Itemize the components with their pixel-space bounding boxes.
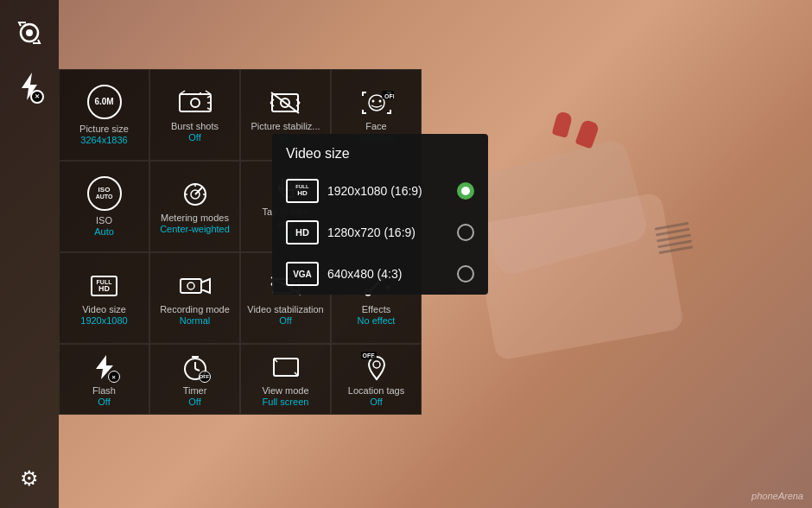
option-1280-radio[interactable]	[457, 224, 474, 241]
left-sidebar-top: ✕	[14, 17, 45, 102]
view-mode-label: View mode	[262, 384, 308, 397]
metering-modes-label: Metering modes	[161, 212, 229, 224]
option-1920-text: 1920x1080 (16:9)	[327, 184, 448, 198]
watermark: phoneArena	[752, 491, 803, 501]
svg-point-15	[371, 99, 374, 102]
svg-text:OFF: OFF	[384, 93, 394, 99]
option-640[interactable]: VGA 640x480 (4:3)	[272, 253, 488, 295]
option-1920[interactable]: FULL HD 1920x1080 (16:9)	[272, 170, 488, 212]
flash-cell[interactable]: ✕ Flash Off	[59, 344, 149, 415]
fhd-badge: FULL HD	[286, 179, 319, 203]
flash-value: Off	[98, 397, 110, 407]
face-detection-icon: OFF	[359, 87, 394, 118]
view-mode-value: Full screen	[263, 397, 309, 407]
iso-icon: ISO AUTO	[87, 176, 122, 211]
burst-shots-icon	[178, 87, 213, 118]
burst-shots-label: Burst shots	[171, 120, 219, 132]
timer-label: Timer	[183, 384, 207, 397]
iso-label: ISO	[96, 214, 112, 226]
burst-shots-value: Off	[188, 132, 200, 143]
option-1920-radio[interactable]	[457, 182, 474, 200]
recording-mode-label: Recording mode	[160, 303, 230, 315]
svg-point-6	[191, 98, 200, 107]
flash-icon: ✕	[87, 352, 122, 383]
option-1280-text: 1280x720 (16:9)	[327, 225, 448, 239]
option-640-text: 640x480 (4:3)	[327, 267, 448, 281]
face-label: Face	[365, 120, 386, 132]
svg-rect-40	[274, 359, 298, 376]
recording-mode-value: Normal	[180, 315, 210, 326]
option-1280[interactable]: HD 1280x720 (16:9)	[272, 212, 488, 253]
timer-value: Off	[188, 397, 200, 407]
effects-label: Effects	[362, 303, 390, 315]
picture-size-label: Picture size	[79, 123, 129, 135]
timer-cell[interactable]: OFF Timer Off	[149, 344, 240, 415]
metering-modes-cell[interactable]: Metering modes Center-weighted	[149, 161, 240, 252]
camera-switch-icon[interactable]	[14, 17, 45, 54]
video-stabilization-value: Off	[279, 315, 291, 326]
view-mode-icon	[269, 352, 303, 383]
svg-line-13	[271, 92, 299, 113]
vga-badge: VGA	[286, 262, 319, 286]
picture-size-icon: 6.0M	[87, 85, 122, 119]
svg-line-21	[195, 187, 202, 194]
left-sidebar-bottom: ⚙	[20, 467, 39, 491]
flash-label: Flash	[92, 384, 116, 397]
left-sidebar: ✕ ⚙	[0, 0, 59, 508]
effects-value: No effect	[358, 315, 396, 326]
flash-mode-indicator[interactable]: ✕	[16, 71, 42, 102]
metering-modes-value: Center-weighted	[160, 224, 230, 234]
svg-line-38	[195, 369, 200, 371]
svg-point-41	[373, 361, 380, 368]
svg-rect-27	[181, 279, 201, 293]
svg-point-29	[187, 283, 194, 289]
location-tags-cell[interactable]: OFF Location tags Off	[331, 344, 422, 415]
dropdown-title: Video size	[272, 134, 488, 170]
recording-mode-icon	[178, 270, 213, 302]
svg-point-1	[26, 29, 33, 36]
picture-stabilization-label: Picture stabiliz...	[251, 120, 320, 132]
metering-modes-icon	[178, 179, 213, 210]
timer-icon: OFF	[178, 352, 213, 383]
video-size-icon: FULL HD	[87, 270, 122, 302]
location-tags-icon: OFF	[359, 352, 394, 383]
radio-inner	[461, 187, 470, 195]
svg-point-16	[378, 99, 381, 102]
video-size-value: 1920x1080	[80, 315, 127, 326]
recording-mode-cell[interactable]: Recording mode Normal	[149, 252, 240, 344]
svg-marker-28	[201, 279, 210, 293]
video-stabilization-label: Video stabilization	[247, 303, 323, 315]
iso-cell[interactable]: ISO AUTO ISO Auto	[59, 161, 149, 252]
picture-size-value: 3264x1836	[80, 135, 127, 145]
video-size-dropdown: Video size FULL HD 1920x1080 (16:9) HD 1…	[272, 134, 488, 295]
view-mode-cell[interactable]: View mode Full screen	[240, 344, 331, 415]
picture-size-cell[interactable]: 6.0M Picture size 3264x1836	[59, 69, 149, 161]
location-tags-value: Off	[370, 397, 382, 407]
hd-badge: HD	[286, 220, 319, 244]
iso-value: Auto	[94, 226, 114, 237]
settings-icon[interactable]: ⚙	[20, 467, 39, 491]
picture-stabilization-icon	[269, 87, 303, 118]
svg-rect-3	[180, 94, 211, 111]
video-size-cell[interactable]: FULL HD Video size 1920x1080	[59, 252, 149, 344]
burst-shots-cell[interactable]: Burst shots Off	[149, 69, 240, 161]
location-tags-label: Location tags	[348, 384, 404, 397]
video-size-label: Video size	[82, 303, 126, 315]
option-640-radio[interactable]	[457, 265, 474, 283]
